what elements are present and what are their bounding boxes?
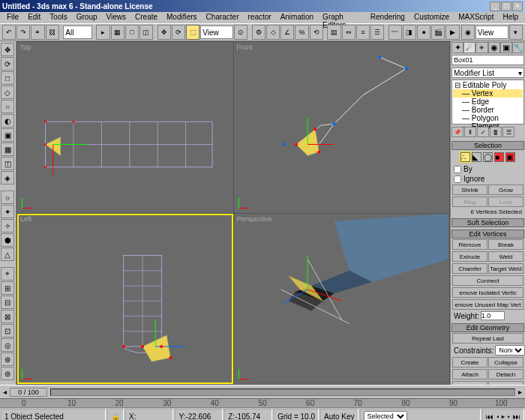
subobj-element-icon[interactable]: ▣ [506,152,515,162]
schematic-button[interactable]: ◨ [403,25,416,40]
create-button[interactable]: Create [452,357,488,368]
weld-button[interactable]: Weld [488,251,524,262]
maximize-button[interactable]: □ [501,2,512,11]
tab-motion[interactable]: ◉ [488,42,500,53]
tool-23[interactable]: ⊚ [1,367,14,380]
autokey-button[interactable]: Auto Key [320,409,358,420]
tool-11[interactable]: ☼ [1,190,14,204]
viewport-top[interactable]: Top [17,42,233,213]
remove-mod-button[interactable]: 🗑 [490,127,502,137]
remove-unused-button[interactable]: emove Unused Map Vert [452,299,524,310]
menu-rendering[interactable]: Rendering [367,13,409,22]
extrude-button[interactable]: Extrude [452,251,488,262]
make-unique-button[interactable]: ✓ [477,127,489,137]
stack-polygon[interactable]: — Polygon [453,114,523,122]
pivot-button[interactable]: ⊙ [234,25,248,40]
select-name-button[interactable]: ▦ [111,25,124,40]
selection-rollout[interactable]: Selection [452,141,524,150]
show-result-button[interactable]: Ⅱ [464,127,476,137]
tool-2[interactable]: ⟳ [1,57,14,70]
chamfer-button[interactable]: Chamfer [452,263,488,274]
collapse-button[interactable]: Collapse [488,357,524,368]
track-bar[interactable]: 0102030405060708090100 [0,398,525,407]
snap-button[interactable]: ◇ [266,25,280,40]
reactor-button-1[interactable]: ◉ [461,25,475,40]
tool-13[interactable]: ✧ [1,219,14,232]
target-weld-button[interactable]: Target Weld [488,263,524,274]
minimize-button[interactable]: _ [490,2,500,11]
modifier-list-dropdown[interactable]: Modifier List▾ [452,68,524,78]
scale-button[interactable]: ⬚ [186,25,200,40]
tool-9[interactable]: ◫ [1,157,14,170]
configure-button[interactable]: ☰ [502,127,514,137]
weight-spinner[interactable] [481,311,505,320]
selection-filter[interactable]: All [63,26,92,39]
menu-file[interactable]: File [3,13,22,22]
tool-22[interactable]: ⊛ [1,352,14,366]
menu-character[interactable]: Character [202,13,243,22]
menu-views[interactable]: Views [103,13,130,22]
ref-coord-system[interactable]: View [200,26,233,39]
move-button[interactable]: ✥ [158,25,171,40]
select-rect-button[interactable]: □ [125,25,139,40]
constraints-dropdown[interactable]: None [495,345,525,356]
redo-button[interactable]: ↷ [16,25,30,40]
manip-button[interactable]: ⚙ [252,25,266,40]
tool-16[interactable]: ⌖ [1,267,14,280]
window-cross-button[interactable]: ◫ [140,25,153,40]
editgeom-rollout[interactable]: Edit Geometry [452,323,524,332]
editverts-rollout[interactable]: Edit Vertices [452,230,524,238]
close-button[interactable]: × [512,2,523,11]
attach-button[interactable]: Attach [452,369,488,380]
rotate-button[interactable]: ⟳ [172,25,185,40]
material-editor-button[interactable]: ● [417,25,430,40]
tool-7[interactable]: ▣ [1,128,14,142]
tab-create[interactable]: ✦ [452,42,464,53]
tool-20[interactable]: ⊡ [1,324,14,338]
tab-display[interactable]: ▣ [500,42,512,53]
shrink-button[interactable]: Shrink [452,184,488,195]
menu-create[interactable]: Create [131,13,161,22]
menu-modifiers[interactable]: Modifiers [163,13,201,22]
break-button[interactable]: Break [488,239,524,250]
play-controls[interactable]: ⏮ ◂ ▶ ▸ ⏭ [482,409,524,420]
align-button[interactable]: ≡ [356,25,370,40]
keymode-dropdown[interactable]: Selected [364,411,407,420]
softsel-rollout[interactable]: Soft Selection [452,218,524,227]
ignore-backfacing-checkbox[interactable] [454,176,461,183]
named-sel-button[interactable]: ▤ [327,25,340,40]
tool-8[interactable]: ▦ [1,142,14,156]
quick-render-button[interactable]: ▶ [446,25,459,40]
object-name-field[interactable]: Box01 [452,55,524,65]
link-button[interactable]: ⚭ [31,25,44,40]
menu-animation[interactable]: Animation [277,13,317,22]
reactor-combo[interactable]: View [476,26,508,39]
tab-modify[interactable]: ☄ [464,42,476,53]
lock-button[interactable]: 🔒 [107,409,124,420]
stack-border[interactable]: — Border [453,106,523,114]
stack-edge[interactable]: — Edge [453,98,523,106]
menu-tools[interactable]: Tools [46,13,70,22]
reactor-button-2[interactable]: ▾ [509,25,523,40]
menu-reactor[interactable]: reactor [244,13,275,22]
layer-button[interactable]: ☰ [370,25,384,40]
viewport-front[interactable]: Front [234,42,450,213]
menu-maxscript[interactable]: MAXScript [454,13,497,22]
subobj-polygon-icon[interactable]: ■ [494,152,504,162]
time-slider[interactable]: ◂ 0 / 100 ▸ [0,385,525,398]
repeat-last-button[interactable]: Repeat Last [452,333,524,344]
tool-1[interactable]: ✥ [1,43,14,56]
menu-customize[interactable]: Customize [410,13,453,22]
tool-14[interactable]: ⬢ [1,233,14,247]
tool-12[interactable]: ✦ [1,205,14,218]
percent-snap-button[interactable]: % [295,25,308,40]
menu-group[interactable]: Group [73,13,101,22]
unlink-button[interactable]: ⛓ [46,25,59,40]
modifier-stack[interactable]: ⊟ Editable Poly — Vertex — Edge — Border… [452,80,524,124]
tool-6[interactable]: ◐ [1,114,14,128]
tool-17[interactable]: ⊞ [1,281,14,295]
spinner-snap-button[interactable]: ⟲ [310,25,323,40]
slice-plane-button[interactable]: Slice Plane [452,381,488,385]
menu-grapheditors[interactable]: Graph Editors [319,13,365,22]
select-button[interactable]: ▸ [96,25,110,40]
